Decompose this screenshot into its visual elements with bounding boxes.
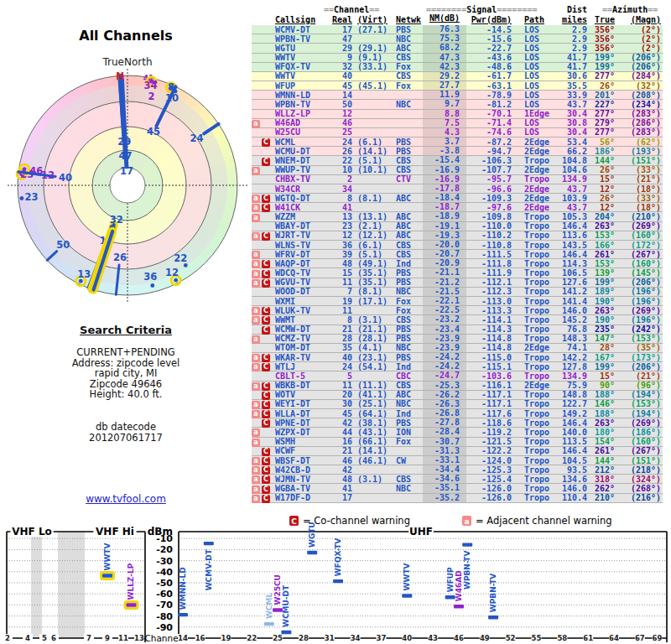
cell-real: 8 — [329, 315, 352, 325]
cell-azimuth_magn: (269°) — [615, 221, 661, 231]
cell-path: Tropo — [512, 278, 559, 287]
cell-path: Tropo — [512, 484, 559, 493]
cell-pwr_dbm: -81.2 — [466, 100, 512, 109]
table-row: WPBN-TV50NBC9.7-81.2LOS43.7227°(234°) — [252, 100, 663, 109]
x-tick-label: 16 — [195, 634, 205, 642]
cell-path: Tropo — [512, 241, 559, 250]
cell-pwr_dbm: -122.2 — [466, 446, 512, 455]
cell-callsign: WPBN-TV — [273, 100, 329, 109]
cell-virt: (46.1) — [352, 456, 389, 465]
adjacent-legend-text: = Adjacent channel warning — [476, 515, 612, 527]
cell-real: 35 — [329, 343, 352, 352]
tvfool-link[interactable]: www.tvfool.com — [0, 493, 252, 505]
cell-azimuth_magn: (151°) — [615, 456, 661, 465]
cell-virt: (21.1) — [352, 325, 389, 334]
y-tick-label: -20 — [156, 544, 173, 555]
cell-callsign: WOOD-DT — [273, 287, 329, 296]
cell-azimuth_magn: (206°) — [615, 53, 661, 62]
cell-azimuth_magn: (151°) — [615, 156, 661, 165]
cell-callsign: WPNE-DT — [273, 418, 329, 428]
cell-real: 14 — [329, 91, 352, 100]
cell-azimuth_true: 263° — [587, 306, 615, 315]
cell-azimuth_magn: (283°) — [615, 127, 661, 137]
cell-azimuth_true: 199° — [587, 362, 615, 371]
cell-azimuth_magn: (216°) — [615, 493, 661, 502]
cell-real: 42 — [329, 418, 352, 428]
cell-dist_miles: 30.6 — [559, 71, 587, 80]
cell-azimuth_magn: (33°) — [615, 194, 661, 203]
cell-virt: (5.1) — [352, 156, 389, 165]
cochannel-warning-badge: C — [262, 279, 270, 288]
cell-real: 44 — [329, 428, 352, 437]
search-line: CURRENT+PENDING — [0, 347, 252, 358]
cell-azimuth_true: 201° — [587, 91, 615, 100]
cell-netwk: NBC — [389, 343, 423, 352]
cell-real: 34 — [329, 184, 352, 194]
cell-azimuth_magn: (194°) — [615, 409, 661, 418]
cell-path: 2Edge — [512, 203, 559, 212]
cell-nm_db: -19.3 — [423, 231, 466, 240]
cell-path: 2Edge — [512, 194, 559, 203]
cell-azimuth_magn: (269°) — [615, 306, 661, 315]
cell-path: Tropo — [512, 259, 559, 268]
cell-dist_miles: 146.4 — [559, 446, 587, 455]
cell-azimuth_magn: (206°) — [615, 278, 661, 287]
cell-pwr_dbm: -97.6 — [466, 203, 512, 212]
cell-pwr_dbm: -63.1 — [466, 81, 512, 91]
adjacent-warning-badge: a — [252, 232, 260, 241]
cell-real: 21 — [329, 446, 352, 455]
x-axis-title: Channel — [144, 633, 180, 643]
cell-dist_miles: 105.3 — [559, 212, 587, 221]
signal-bar — [402, 594, 412, 597]
cell-real: 29 — [329, 44, 352, 53]
x-tick-label: 64 — [609, 634, 619, 642]
cell-path: Tropo — [512, 268, 559, 278]
cell-real: 32 — [329, 62, 352, 71]
x-tick-label: 43 — [428, 634, 438, 642]
cell-netwk: Fox — [389, 81, 423, 91]
radar-channel-label: 45 — [147, 126, 160, 138]
cell-azimuth_true: 212° — [587, 465, 615, 475]
col-header: NM(dB) — [423, 14, 466, 24]
cell-path: Tropo — [512, 306, 559, 315]
cell-netwk: PBS — [389, 418, 423, 428]
cell-callsign: WWUP-TV — [273, 165, 329, 174]
col-header: True — [587, 15, 615, 24]
cell-nm_db: -20.0 — [423, 241, 466, 249]
cell-nm_db: -21.2 — [423, 278, 466, 287]
cell-pwr_dbm: -113.0 — [466, 297, 512, 306]
x-tick-label: 28 — [299, 634, 309, 642]
cell-azimuth_magn: (193°) — [615, 147, 661, 156]
cell-virt: (12.1) — [352, 231, 389, 240]
cell-path: LOS — [512, 100, 559, 109]
x-tick-label: 61 — [583, 634, 593, 642]
cell-callsign: WMNN-LD — [273, 91, 329, 100]
signal-bar-label: W46AD — [455, 570, 463, 601]
cell-pwr_dbm: -14.5 — [466, 25, 512, 34]
cell-azimuth_magn: (269°) — [615, 418, 661, 428]
cell-virt: (25.1) — [352, 399, 389, 408]
x-tick-label: 9 — [105, 634, 110, 642]
x-tick-label: 49 — [480, 634, 490, 642]
cell-dist_miles: 33.9 — [559, 91, 587, 100]
cell-dist_miles: 146.4 — [559, 250, 587, 259]
cell-callsign: WTLJ — [273, 362, 329, 371]
cell-azimuth_true: 210° — [587, 493, 615, 502]
cell-dist_miles: 103.9 — [559, 194, 587, 203]
cell-real: 46 — [329, 118, 352, 127]
cochannel-warning-badge: C — [262, 495, 270, 503]
cell-virt: (9.1) — [352, 53, 389, 62]
cell-azimuth_magn: (2°) — [615, 25, 661, 34]
cell-real: 28 — [329, 334, 352, 343]
cell-real: 20 — [329, 390, 352, 399]
table-row: CBLT-55CBC-24.7-103.6Tropo134.915°(21°) — [252, 371, 663, 381]
table-row: aCWGBA-TV41NBC-35.1-126.0Tropo146.0262°(… — [252, 484, 663, 493]
cell-pwr_dbm: -111.5 — [466, 250, 512, 259]
cell-pwr_dbm: -110.2 — [466, 231, 512, 240]
cell-callsign: WFQX-TV — [273, 62, 329, 71]
y-tick-label: -10 — [156, 533, 173, 544]
cell-pwr_dbm: -74.6 — [466, 127, 512, 137]
cell-pwr_dbm: -119.2 — [466, 428, 512, 437]
cell-callsign: WLNS-TV — [273, 241, 329, 250]
signal-bar-label: WFQX-TV — [334, 538, 342, 576]
